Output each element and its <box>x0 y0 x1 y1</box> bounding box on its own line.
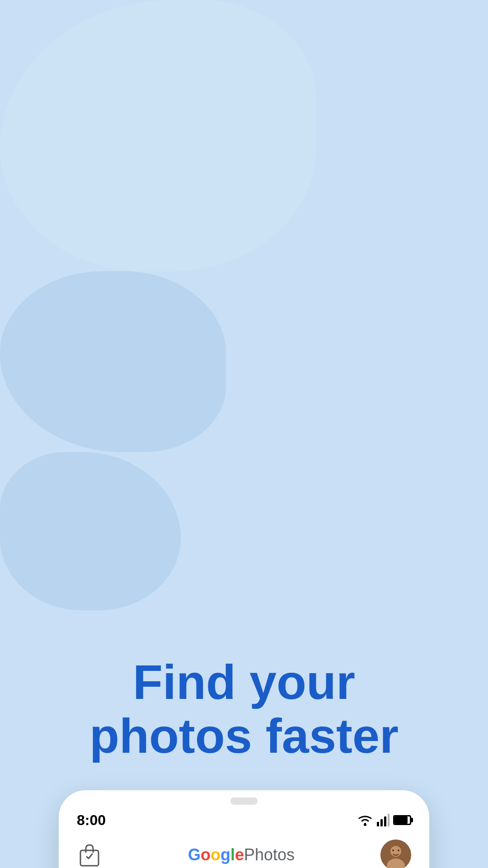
shopping-bag-icon[interactable] <box>77 842 102 868</box>
status-bar: 8:00 <box>59 805 429 832</box>
headline-section: Find your photos faster <box>0 610 488 790</box>
status-icons <box>357 814 411 826</box>
app-header: Google Photos <box>59 832 429 868</box>
signal-icon <box>377 814 389 826</box>
phone-notch <box>230 797 258 805</box>
svg-rect-3 <box>384 816 386 826</box>
svg-rect-4 <box>388 814 389 826</box>
status-time: 8:00 <box>77 812 106 829</box>
wifi-icon <box>357 814 373 826</box>
photos-label: Photos <box>244 845 295 864</box>
battery-icon <box>393 815 411 825</box>
phone-mockup: 8:00 <box>59 790 429 868</box>
headline-text: Find your photos faster <box>0 656 488 763</box>
svg-point-0 <box>364 823 366 826</box>
headline-line2: photos faster <box>89 708 399 763</box>
headline-line1: Find your <box>133 655 355 709</box>
svg-point-9 <box>392 849 394 851</box>
google-photos-logo: Google Photos <box>188 845 295 864</box>
avatar-image <box>380 840 411 868</box>
svg-rect-1 <box>377 822 379 826</box>
user-avatar[interactable] <box>380 840 411 868</box>
svg-point-10 <box>398 849 399 851</box>
svg-rect-2 <box>380 819 383 826</box>
